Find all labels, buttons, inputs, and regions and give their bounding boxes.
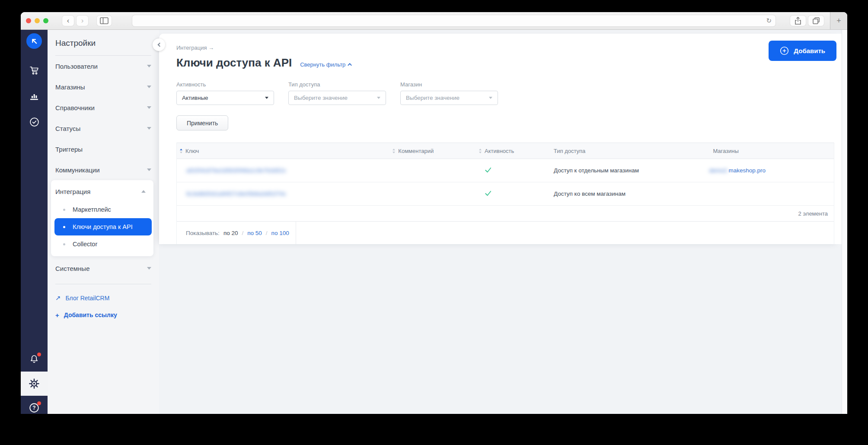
- sidebar-item-system[interactable]: Системные: [55, 258, 151, 279]
- reload-icon[interactable]: ↻: [766, 17, 772, 25]
- subitem-label: Маркетплейс: [73, 206, 111, 213]
- settings-nav-button-active[interactable]: [21, 372, 48, 396]
- filter-label: Активность: [176, 81, 274, 88]
- access-type-cell: Доступ к отдельным магазинам: [542, 167, 705, 174]
- orders-nav-button[interactable]: [28, 64, 40, 76]
- sidebar-item-triggers[interactable]: Триггеры: [55, 139, 151, 159]
- pagination-controls: Показывать: по 20 / по 50 / по 100: [177, 222, 296, 244]
- add-link-button[interactable]: + Добавить ссылку: [55, 306, 151, 324]
- svg-text:?: ?: [32, 405, 35, 411]
- help-badge: [37, 401, 41, 405]
- sidebar-item-label: Пользователи: [55, 63, 98, 70]
- close-window-button[interactable]: [26, 18, 31, 23]
- store-select[interactable]: Выберите значение: [400, 91, 498, 105]
- page-size-100[interactable]: по 100: [271, 230, 289, 236]
- column-header-comment[interactable]: Комментарий: [389, 148, 475, 154]
- sidebar-subitem-marketplace[interactable]: Маркетплейс: [51, 201, 153, 218]
- forward-icon: ›: [81, 16, 84, 25]
- column-label: Ключ: [185, 148, 199, 154]
- app-content: ? Настройки Пользователи Магазины Справо…: [21, 30, 847, 414]
- notifications-button[interactable]: [28, 353, 40, 365]
- apply-button[interactable]: Применить: [176, 115, 228, 130]
- column-header-access-type: Тип доступа: [542, 148, 705, 154]
- collapse-filter-link[interactable]: Свернуть фильтр: [300, 61, 352, 68]
- share-icon: [795, 17, 801, 25]
- sidebar-item-label: Системные: [55, 265, 89, 272]
- browser-forward-button[interactable]: ›: [77, 16, 88, 26]
- share-button[interactable]: [790, 16, 806, 26]
- caret-down-icon: [489, 97, 492, 99]
- analytics-nav-button[interactable]: [28, 90, 40, 102]
- column-label: Тип доступа: [554, 148, 585, 154]
- key-cell[interactable]: 6c3e8b50d1a94f27c8e05b6a3d91f74x: [177, 191, 389, 197]
- logo-arrow-icon: [29, 36, 39, 46]
- page-size-50[interactable]: по 50: [247, 230, 262, 236]
- chevron-up-icon: [348, 63, 352, 67]
- sidebar-item-label: Справочники: [55, 104, 95, 111]
- blog-link[interactable]: ↗ Блог RetailCRM: [55, 290, 151, 306]
- filter-access-type: Тип доступа Выберите значение: [288, 81, 386, 105]
- help-button[interactable]: ?: [28, 402, 40, 414]
- column-header-activity[interactable]: Активность: [475, 148, 542, 154]
- minimize-window-button[interactable]: [35, 18, 40, 23]
- sidebar-links: ↗ Блог RetailCRM + Добавить ссылку: [55, 290, 151, 324]
- sidebar-item-users[interactable]: Пользователи: [55, 56, 151, 76]
- column-label: Магазины: [713, 148, 739, 154]
- key-cell[interactable]: a91f04c87be2d5630f48a1c9e7b3d52x: [177, 167, 389, 174]
- collapse-sidebar-button[interactable]: [153, 38, 165, 51]
- chevron-down-icon: [147, 65, 151, 67]
- back-icon: ‹: [67, 16, 70, 25]
- sidebar-item-integration[interactable]: Интеграция: [51, 182, 153, 201]
- chevron-down-icon: [147, 168, 151, 171]
- sidebar-title: Настройки: [55, 30, 151, 48]
- chevron-down-icon: [147, 267, 151, 270]
- sort-icon: [180, 149, 182, 153]
- filter-panel: Активность Активные Тип доступа Выберите…: [176, 81, 842, 105]
- new-tab-button[interactable]: +: [830, 12, 847, 29]
- activity-cell: [475, 189, 542, 199]
- column-header-stores: Магазины: [704, 148, 834, 154]
- stores-cell: demo2.makeshop.pro: [704, 167, 834, 174]
- tabs-overview-button[interactable]: [808, 16, 824, 26]
- address-bar[interactable]: ↻: [132, 15, 775, 26]
- select-placeholder: Выберите значение: [406, 95, 460, 101]
- sidebar-item-stores[interactable]: Магазины: [55, 76, 151, 97]
- sidebar-item-statuses[interactable]: Статусы: [55, 118, 151, 139]
- sidebar-item-directories[interactable]: Справочники: [55, 97, 151, 118]
- scrollbar-track[interactable]: [842, 30, 847, 414]
- filter-label: Магазин: [400, 81, 498, 88]
- cart-icon: [29, 65, 39, 76]
- tabs-icon: [813, 17, 820, 24]
- sidebar-subitem-api-keys-active[interactable]: Ключи доступа к API: [54, 218, 152, 235]
- select-value: Активные: [182, 95, 208, 101]
- add-button[interactable]: Добавить: [769, 41, 836, 61]
- retailcrm-logo[interactable]: [26, 33, 42, 49]
- sidebar-toggle-button[interactable]: [97, 16, 112, 26]
- access-type-select[interactable]: Выберите значение: [288, 91, 386, 105]
- tasks-nav-button[interactable]: [28, 116, 40, 128]
- sidebar-item-communications[interactable]: Коммуникации: [55, 159, 151, 180]
- chevron-left-icon: [157, 43, 162, 47]
- sidebar-item-label: Статусы: [55, 125, 80, 132]
- external-link-icon: ↗: [55, 294, 61, 302]
- sidebar-divider: [55, 284, 151, 284]
- sidebar-subitem-collector[interactable]: Collector: [51, 235, 153, 253]
- bar-chart-icon: [29, 91, 39, 102]
- bullet-icon: [63, 226, 65, 228]
- traffic-lights: [26, 18, 48, 23]
- activity-select[interactable]: Активные: [176, 91, 274, 105]
- column-header-key[interactable]: Ключ: [177, 148, 389, 154]
- api-keys-table: Ключ Комментарий Активность Тип доступа: [176, 143, 834, 244]
- zoom-window-button[interactable]: [43, 18, 48, 23]
- notification-badge: [37, 353, 41, 356]
- main-area: Интеграция → Ключи доступа к API Свернут…: [159, 30, 847, 414]
- page-size-20[interactable]: по 20: [223, 230, 238, 236]
- store-link[interactable]: makeshop.pro: [728, 167, 766, 174]
- pagination-label: Показывать:: [186, 230, 220, 236]
- sidebar-item-label: Интеграция: [55, 188, 90, 195]
- breadcrumb[interactable]: Интеграция →: [176, 44, 842, 51]
- browser-back-button[interactable]: ‹: [62, 16, 74, 26]
- sidebar-panel-icon: [100, 17, 108, 24]
- content-card: Интеграция → Ключи доступа к API Свернут…: [159, 34, 842, 244]
- bullet-icon: [63, 209, 65, 211]
